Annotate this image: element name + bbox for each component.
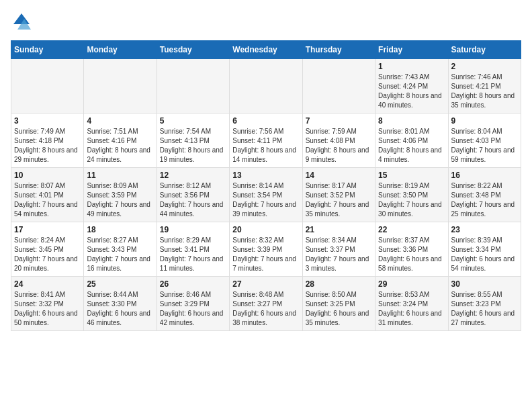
calendar-cell: 11Sunrise: 8:09 AM Sunset: 3:59 PM Dayli… (84, 168, 157, 222)
calendar-cell: 5Sunrise: 7:54 AM Sunset: 4:13 PM Daylig… (157, 113, 229, 168)
day-number: 23 (451, 225, 518, 234)
day-number: 4 (87, 116, 153, 126)
header-wednesday: Wednesday (230, 41, 302, 59)
day-number: 9 (451, 116, 518, 126)
day-info: Sunrise: 8:44 AM Sunset: 3:30 PM Dayligh… (87, 290, 153, 328)
week-row-2: 3Sunrise: 7:49 AM Sunset: 4:18 PM Daylig… (11, 113, 521, 168)
day-number: 29 (378, 279, 445, 289)
header-tuesday: Tuesday (157, 41, 229, 59)
calendar-cell: 3Sunrise: 7:49 AM Sunset: 4:18 PM Daylig… (11, 113, 84, 168)
day-info: Sunrise: 8:01 AM Sunset: 4:06 PM Dayligh… (378, 127, 445, 165)
day-number: 24 (14, 279, 81, 289)
calendar-cell: 16Sunrise: 8:22 AM Sunset: 3:48 PM Dayli… (448, 168, 521, 222)
day-number: 3 (14, 116, 81, 126)
logo (11, 11, 35, 32)
header-row: SundayMondayTuesdayWednesdayThursdayFrid… (11, 41, 521, 59)
day-number: 16 (451, 171, 518, 180)
calendar-cell: 2Sunrise: 7:46 AM Sunset: 4:21 PM Daylig… (448, 59, 521, 113)
calendar-cell: 27Sunrise: 8:48 AM Sunset: 3:27 PM Dayli… (230, 277, 302, 331)
day-info: Sunrise: 8:24 AM Sunset: 3:45 PM Dayligh… (14, 236, 81, 273)
calendar-body: 1Sunrise: 7:43 AM Sunset: 4:24 PM Daylig… (11, 59, 521, 331)
calendar-cell: 20Sunrise: 8:32 AM Sunset: 3:39 PM Dayli… (230, 222, 302, 277)
calendar-cell: 17Sunrise: 8:24 AM Sunset: 3:45 PM Dayli… (11, 222, 84, 277)
calendar-cell: 10Sunrise: 8:07 AM Sunset: 4:01 PM Dayli… (11, 168, 84, 222)
calendar-cell: 29Sunrise: 8:53 AM Sunset: 3:24 PM Dayli… (375, 277, 448, 331)
calendar-cell: 13Sunrise: 8:14 AM Sunset: 3:54 PM Dayli… (230, 168, 302, 222)
day-number: 21 (306, 225, 372, 234)
day-number: 28 (306, 279, 372, 289)
day-info: Sunrise: 8:17 AM Sunset: 3:52 PM Dayligh… (306, 181, 372, 219)
calendar-cell (157, 59, 229, 113)
day-info: Sunrise: 7:43 AM Sunset: 4:24 PM Dayligh… (378, 73, 445, 110)
week-row-4: 17Sunrise: 8:24 AM Sunset: 3:45 PM Dayli… (11, 222, 521, 277)
calendar-cell: 14Sunrise: 8:17 AM Sunset: 3:52 PM Dayli… (302, 168, 375, 222)
day-number: 2 (451, 62, 518, 71)
day-number: 8 (378, 116, 445, 126)
calendar-cell: 25Sunrise: 8:44 AM Sunset: 3:30 PM Dayli… (84, 277, 157, 331)
calendar-cell: 18Sunrise: 8:27 AM Sunset: 3:43 PM Dayli… (84, 222, 157, 277)
day-info: Sunrise: 8:14 AM Sunset: 3:54 PM Dayligh… (232, 181, 299, 219)
day-number: 20 (232, 225, 299, 234)
header-saturday: Saturday (448, 41, 521, 59)
day-number: 19 (160, 225, 226, 234)
day-number: 7 (306, 116, 372, 126)
day-info: Sunrise: 7:49 AM Sunset: 4:18 PM Dayligh… (14, 127, 81, 165)
day-info: Sunrise: 8:29 AM Sunset: 3:41 PM Dayligh… (160, 236, 226, 273)
page-header (11, 11, 521, 32)
day-info: Sunrise: 8:48 AM Sunset: 3:27 PM Dayligh… (232, 290, 299, 328)
day-info: Sunrise: 7:46 AM Sunset: 4:21 PM Dayligh… (451, 73, 518, 110)
day-info: Sunrise: 8:04 AM Sunset: 4:03 PM Dayligh… (451, 127, 518, 165)
day-number: 13 (232, 171, 299, 180)
calendar-cell (11, 59, 84, 113)
day-number: 10 (14, 171, 81, 180)
calendar-cell: 1Sunrise: 7:43 AM Sunset: 4:24 PM Daylig… (375, 59, 448, 113)
day-info: Sunrise: 8:22 AM Sunset: 3:48 PM Dayligh… (451, 181, 518, 219)
calendar-cell: 12Sunrise: 8:12 AM Sunset: 3:56 PM Dayli… (157, 168, 229, 222)
week-row-3: 10Sunrise: 8:07 AM Sunset: 4:01 PM Dayli… (11, 168, 521, 222)
day-info: Sunrise: 7:59 AM Sunset: 4:08 PM Dayligh… (306, 127, 372, 165)
day-number: 15 (378, 171, 445, 180)
day-number: 1 (378, 62, 445, 71)
calendar-cell: 9Sunrise: 8:04 AM Sunset: 4:03 PM Daylig… (448, 113, 521, 168)
calendar-cell: 23Sunrise: 8:39 AM Sunset: 3:34 PM Dayli… (448, 222, 521, 277)
header-monday: Monday (84, 41, 157, 59)
calendar-cell: 6Sunrise: 7:56 AM Sunset: 4:11 PM Daylig… (230, 113, 302, 168)
day-info: Sunrise: 8:41 AM Sunset: 3:32 PM Dayligh… (14, 290, 81, 328)
day-info: Sunrise: 8:37 AM Sunset: 3:36 PM Dayligh… (378, 236, 445, 273)
header-sunday: Sunday (11, 41, 84, 59)
day-info: Sunrise: 8:34 AM Sunset: 3:37 PM Dayligh… (306, 236, 372, 273)
day-number: 26 (160, 279, 226, 289)
day-number: 18 (87, 225, 153, 234)
day-info: Sunrise: 8:07 AM Sunset: 4:01 PM Dayligh… (14, 181, 81, 219)
calendar-cell (302, 59, 375, 113)
calendar-cell: 7Sunrise: 7:59 AM Sunset: 4:08 PM Daylig… (302, 113, 375, 168)
calendar-cell (230, 59, 302, 113)
day-number: 17 (14, 225, 81, 234)
day-info: Sunrise: 8:55 AM Sunset: 3:23 PM Dayligh… (451, 290, 518, 328)
day-number: 22 (378, 225, 445, 234)
calendar-cell: 4Sunrise: 7:51 AM Sunset: 4:16 PM Daylig… (84, 113, 157, 168)
day-number: 14 (306, 171, 372, 180)
day-number: 30 (451, 279, 518, 289)
day-info: Sunrise: 8:12 AM Sunset: 3:56 PM Dayligh… (160, 181, 226, 219)
day-number: 27 (232, 279, 299, 289)
week-row-1: 1Sunrise: 7:43 AM Sunset: 4:24 PM Daylig… (11, 59, 521, 113)
day-number: 12 (160, 171, 226, 180)
day-info: Sunrise: 8:50 AM Sunset: 3:25 PM Dayligh… (306, 290, 372, 328)
header-thursday: Thursday (302, 41, 375, 59)
day-info: Sunrise: 8:19 AM Sunset: 3:50 PM Dayligh… (378, 181, 445, 219)
calendar-cell: 30Sunrise: 8:55 AM Sunset: 3:23 PM Dayli… (448, 277, 521, 331)
day-info: Sunrise: 8:39 AM Sunset: 3:34 PM Dayligh… (451, 236, 518, 273)
day-info: Sunrise: 8:32 AM Sunset: 3:39 PM Dayligh… (232, 236, 299, 273)
day-info: Sunrise: 8:27 AM Sunset: 3:43 PM Dayligh… (87, 236, 153, 273)
calendar-cell (84, 59, 157, 113)
day-info: Sunrise: 7:51 AM Sunset: 4:16 PM Dayligh… (87, 127, 153, 165)
calendar-cell: 28Sunrise: 8:50 AM Sunset: 3:25 PM Dayli… (302, 277, 375, 331)
day-info: Sunrise: 8:46 AM Sunset: 3:29 PM Dayligh… (160, 290, 226, 328)
day-info: Sunrise: 8:09 AM Sunset: 3:59 PM Dayligh… (87, 181, 153, 219)
calendar-cell: 15Sunrise: 8:19 AM Sunset: 3:50 PM Dayli… (375, 168, 448, 222)
calendar-cell: 24Sunrise: 8:41 AM Sunset: 3:32 PM Dayli… (11, 277, 84, 331)
day-number: 11 (87, 171, 153, 180)
day-info: Sunrise: 7:56 AM Sunset: 4:11 PM Dayligh… (232, 127, 299, 165)
day-number: 5 (160, 116, 226, 126)
